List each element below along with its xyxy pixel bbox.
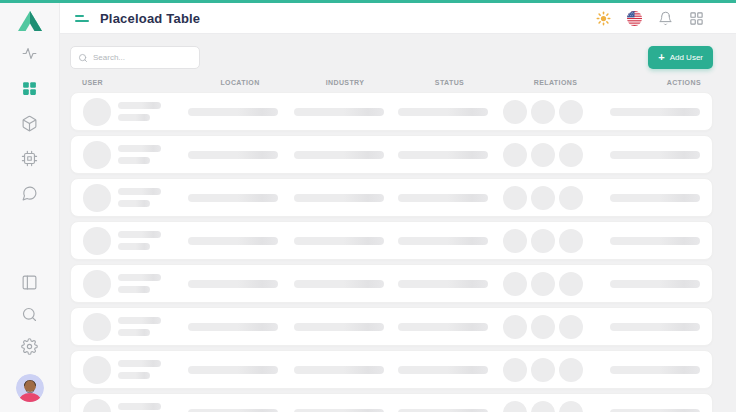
avatar-placeholder bbox=[83, 399, 111, 412]
relation-dot-placeholder bbox=[531, 186, 555, 210]
name-placeholder bbox=[118, 231, 161, 250]
actions-placeholder bbox=[610, 237, 700, 245]
header-actions bbox=[595, 10, 704, 26]
cell-industry bbox=[294, 151, 398, 159]
relation-dot-placeholder bbox=[531, 358, 555, 382]
location-placeholder bbox=[188, 409, 278, 412]
relation-dot-placeholder bbox=[503, 272, 527, 296]
cpu-icon[interactable] bbox=[21, 150, 38, 167]
name-placeholder bbox=[118, 360, 161, 379]
cell-industry bbox=[294, 108, 398, 116]
search-icon[interactable] bbox=[21, 306, 38, 323]
relation-dot-placeholder bbox=[503, 186, 527, 210]
table-header: USER LOCATION INDUSTRY STATUS RELATIONS … bbox=[70, 79, 713, 86]
avatar-placeholder bbox=[83, 184, 111, 212]
cell-location bbox=[188, 237, 294, 245]
cell-industry bbox=[294, 237, 398, 245]
location-placeholder bbox=[188, 280, 278, 288]
cell-status bbox=[398, 366, 503, 374]
column-header-status: STATUS bbox=[397, 79, 502, 86]
add-user-label: Add User bbox=[670, 53, 703, 62]
industry-placeholder bbox=[294, 323, 384, 331]
dashboard-grid-icon[interactable] bbox=[21, 80, 38, 97]
relation-dot-placeholder bbox=[559, 100, 583, 124]
cell-industry bbox=[294, 409, 398, 412]
add-user-button[interactable]: + Add User bbox=[648, 46, 713, 69]
status-placeholder bbox=[398, 366, 488, 374]
sidebar bbox=[0, 3, 60, 412]
cell-status bbox=[398, 151, 503, 159]
relation-dot-placeholder bbox=[531, 229, 555, 253]
column-header-actions: ACTIONS bbox=[609, 79, 701, 86]
cell-actions bbox=[610, 366, 700, 374]
relation-dot-placeholder bbox=[559, 315, 583, 339]
relation-dot-placeholder bbox=[503, 229, 527, 253]
notifications-bell-icon[interactable] bbox=[657, 10, 673, 26]
cell-location bbox=[188, 151, 294, 159]
activity-icon[interactable] bbox=[21, 45, 38, 62]
actions-placeholder bbox=[610, 151, 700, 159]
user-avatar[interactable] bbox=[16, 374, 44, 402]
industry-placeholder bbox=[294, 280, 384, 288]
avatar-placeholder bbox=[83, 356, 111, 384]
cell-relations bbox=[503, 315, 610, 339]
location-placeholder bbox=[188, 366, 278, 374]
location-placeholder bbox=[188, 108, 278, 116]
location-placeholder bbox=[188, 323, 278, 331]
relation-dot-placeholder bbox=[559, 272, 583, 296]
industry-placeholder bbox=[294, 151, 384, 159]
actions-placeholder bbox=[610, 194, 700, 202]
relation-dot-placeholder bbox=[531, 315, 555, 339]
cell-relations bbox=[503, 100, 610, 124]
cell-user bbox=[83, 227, 188, 255]
search-input[interactable] bbox=[93, 53, 192, 62]
relation-dot-placeholder bbox=[559, 358, 583, 382]
table-row bbox=[70, 135, 713, 174]
industry-placeholder bbox=[294, 366, 384, 374]
table-row bbox=[70, 393, 713, 412]
industry-placeholder bbox=[294, 409, 384, 412]
search-icon bbox=[78, 53, 88, 63]
status-placeholder bbox=[398, 151, 488, 159]
settings-gear-icon[interactable] bbox=[21, 338, 38, 355]
plus-icon: + bbox=[658, 52, 664, 63]
box-icon[interactable] bbox=[21, 115, 38, 132]
table-row bbox=[70, 178, 713, 217]
page-header: Placeload Table bbox=[60, 3, 736, 34]
column-header-relations: RELATIONS bbox=[502, 79, 609, 86]
status-placeholder bbox=[398, 323, 488, 331]
cell-status bbox=[398, 323, 503, 331]
language-flag-us-icon[interactable] bbox=[626, 10, 642, 26]
logo-triangle-icon[interactable] bbox=[17, 9, 43, 31]
top-accent-strip bbox=[0, 0, 736, 3]
cell-status bbox=[398, 194, 503, 202]
industry-placeholder bbox=[294, 108, 384, 116]
cell-user bbox=[83, 270, 188, 298]
cell-industry bbox=[294, 280, 398, 288]
cell-user bbox=[83, 356, 188, 384]
cell-relations bbox=[503, 143, 610, 167]
actions-placeholder bbox=[610, 323, 700, 331]
theme-sun-icon[interactable] bbox=[595, 10, 611, 26]
relation-dot-placeholder bbox=[559, 143, 583, 167]
name-placeholder bbox=[118, 403, 161, 412]
column-header-industry: INDUSTRY bbox=[293, 79, 397, 86]
actions-placeholder bbox=[610, 366, 700, 374]
table-row bbox=[70, 221, 713, 260]
cell-industry bbox=[294, 366, 398, 374]
layout-panel-icon[interactable] bbox=[21, 274, 38, 291]
hamburger-icon[interactable] bbox=[75, 13, 89, 24]
avatar-placeholder bbox=[83, 227, 111, 255]
sidebar-nav bbox=[21, 45, 38, 202]
chat-icon[interactable] bbox=[21, 185, 38, 202]
apps-grid-icon[interactable] bbox=[688, 10, 704, 26]
main-content: + Add User USER LOCATION INDUSTRY STATUS… bbox=[60, 34, 736, 412]
column-header-user: USER bbox=[82, 79, 187, 86]
name-placeholder bbox=[118, 145, 161, 164]
actions-placeholder bbox=[610, 280, 700, 288]
table-row bbox=[70, 350, 713, 389]
location-placeholder bbox=[188, 237, 278, 245]
avatar-placeholder bbox=[83, 270, 111, 298]
toolbar: + Add User bbox=[70, 46, 713, 69]
table-row bbox=[70, 307, 713, 346]
